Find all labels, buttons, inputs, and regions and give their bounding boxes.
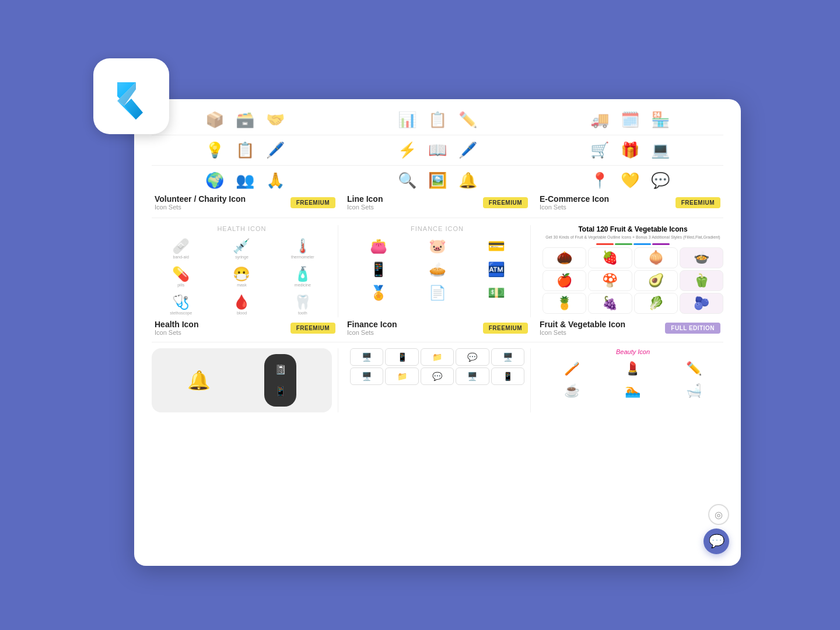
icon-tooth: 🦷tooth xyxy=(274,292,332,317)
icon-box: 🤝 xyxy=(266,111,285,129)
bottom-right-preview: Beauty Icon 🪥 💄 ✏️ ☕ 🏊 🛁 xyxy=(542,348,723,412)
fruit-color-bar xyxy=(542,243,723,245)
icon-bowl: 🍲 xyxy=(680,247,723,268)
finance-badge: FREEMIUM xyxy=(483,323,528,334)
swirl-icon: ◎ xyxy=(708,504,729,525)
icon-box: 🗓️ xyxy=(621,111,639,129)
icon-blood: 🩸blood xyxy=(212,292,271,317)
ecommerce-top-partial: 🚚 🗓️ 🏪 xyxy=(537,111,723,129)
tab-icon-2: 📱 xyxy=(385,348,418,366)
volunteer-top-partial: 📦 🗃️ 🤝 xyxy=(152,111,338,129)
volunteer-badge: FREEMIUM xyxy=(290,197,335,208)
bottom-mid-preview: 🖥️ 📱 📁 💬 🖥️ 🖥️ 📁 💬 🖥️ 📱 xyxy=(350,348,524,412)
tab-icon-9: 🖥️ xyxy=(456,368,489,385)
icon-box: 🗃️ xyxy=(236,111,254,129)
section-footers-1: Volunteer / Charity Icon Icon Sets FREEM… xyxy=(152,194,723,218)
icon-pie: 🥧 xyxy=(409,259,466,280)
tab-icon-7: 📁 xyxy=(385,368,418,385)
icon-lipstick: 💄 xyxy=(604,359,663,379)
icon-box: 📊 xyxy=(398,111,416,129)
icon-pencil: ✏️ xyxy=(664,359,723,379)
fruit-section: Total 120 Fruit & Vegetable Icons Get 30… xyxy=(537,225,723,317)
icon-box: ✏️ xyxy=(459,111,477,129)
tab-icon-5: 🖥️ xyxy=(491,348,524,366)
icon-mushroom: 🍄 xyxy=(588,270,632,291)
bottom-mid-col: 🖥️ 📱 📁 💬 🖥️ 🖥️ 📁 💬 🖥️ 📱 xyxy=(344,348,531,412)
health-label: Health Icon xyxy=(152,225,332,232)
phone-icon: 📱 xyxy=(275,386,286,397)
tab-icon-10: 📱 xyxy=(491,368,524,385)
icon-cup: ☕ xyxy=(542,381,601,401)
line-footer: Line Icon Icon Sets FREEMIUM xyxy=(344,194,531,211)
tab-icon-4: 💬 xyxy=(456,348,489,366)
icon-piggy: 🐷 xyxy=(409,236,466,257)
icon-pills: 💊pills xyxy=(152,264,210,289)
middle-icons-row: 💡 📋 🖊️ ⚡ 📖 🖊️ 🛒 🎁 💻 xyxy=(152,141,723,166)
finance-section: FINANCE ICON 👛 🐷 💳 📱 🥧 🏧 🏅 📄 💵 xyxy=(344,225,531,317)
ecommerce-footer: E-Commerce Icon Icon Sets FREEMIUM xyxy=(537,194,723,211)
chat-icon: 💬 xyxy=(709,534,724,549)
bottom-preview-row: 🔔 📓 📱 🖥️ 📱 📁 xyxy=(152,348,723,412)
bell-icon: 🔔 xyxy=(187,369,211,391)
icon-blueberry: 🫐 xyxy=(680,293,723,314)
icon-brush: 🪥 xyxy=(542,359,601,379)
health-icon-grid: 🩹band-aid 💉syringe 🌡️thermometer 💊pills … xyxy=(152,236,332,317)
volunteer-row2: 💡 📋 🖊️ xyxy=(152,141,338,159)
tab-icons-row2: 🖥️ 📁 💬 🖥️ 📱 xyxy=(350,368,524,385)
icon-stethoscope: 🩺stethoscope xyxy=(152,292,210,317)
beauty-icon-grid: 🪥 💄 ✏️ ☕ 🏊 🛁 xyxy=(542,359,723,401)
tab-icon-6: 🖥️ xyxy=(350,368,383,385)
icon-box: 📋 xyxy=(428,111,447,129)
icon-wallet: 👛 xyxy=(350,236,407,257)
icon-tax: 📄 xyxy=(409,282,466,303)
icon-box: 📦 xyxy=(205,111,224,129)
ecommerce-title: E-Commerce Icon xyxy=(540,194,609,204)
icon-pepper: 🫑 xyxy=(680,270,723,291)
icon-swim: 🏊 xyxy=(604,381,663,401)
fruit-header: Total 120 Fruit & Vegetable Icons xyxy=(542,225,723,233)
finance-label: FINANCE ICON xyxy=(350,225,524,232)
icon-thermometer: 🌡️thermometer xyxy=(274,236,332,261)
icon-card: 💳 xyxy=(468,236,524,257)
fruit-title-label: Fruit & Vegetable Icon xyxy=(540,320,625,329)
beauty-label: Beauty Icon xyxy=(542,348,723,355)
line-subtitle: Icon Sets xyxy=(347,204,383,211)
icon-apple: 🍎 xyxy=(542,270,586,291)
health-title-label: Health Icon xyxy=(155,320,198,329)
finance-title-label: Finance Icon xyxy=(347,320,397,329)
chat-button[interactable]: 💬 xyxy=(704,528,729,554)
icon-bath: 🛁 xyxy=(664,381,723,401)
ecommerce-subtitle: Icon Sets xyxy=(540,204,609,211)
volunteer-subtitle: Icon Sets xyxy=(155,204,246,211)
line-row2: ⚡ 📖 🖊️ xyxy=(344,141,531,159)
icon-strawberry: 🍓 xyxy=(588,247,632,268)
fruit-icon-grid: 🌰 🍓 🧅 🍲 🍎 🍄 🥑 🫑 🍍 🍇 🥬 🫐 xyxy=(542,247,723,314)
health-subtitle-label: Icon Sets xyxy=(155,329,198,336)
phone-preview: 📓 📱 xyxy=(264,354,296,407)
icon-cash: 💵 xyxy=(468,282,524,303)
section-footers-2: Health Icon Icon Sets FREEMIUM Finance I… xyxy=(152,320,723,342)
second-set-row: Health Icon 🩹band-aid 💉syringe 🌡️thermom… xyxy=(152,225,723,317)
ecommerce-row2: 🛒 🎁 💻 xyxy=(537,141,723,159)
tab-icons-row1: 🖥️ 📱 📁 💬 🖥️ xyxy=(350,348,524,366)
icon-band-aid: 🩹band-aid xyxy=(152,236,210,261)
icon-chestnut: 🌰 xyxy=(542,247,586,268)
main-panel: 📦 🗃️ 🤝 📊 📋 ✏️ 🚚 🗓️ 🏪 xyxy=(134,99,741,566)
icon-mask: 😷mask xyxy=(212,264,271,289)
icon-grapes: 🍇 xyxy=(588,293,632,314)
app-container: 📦 🗃️ 🤝 📊 📋 ✏️ 🚚 🗓️ 🏪 xyxy=(99,64,741,566)
icon-gold: 🏅 xyxy=(350,282,407,303)
tab-icon-1: 🖥️ xyxy=(350,348,383,366)
icon-medicine: 🧴medicine xyxy=(274,264,332,289)
bell-icon-group: 🔔 xyxy=(187,369,211,391)
volunteer-row3: 🌍 👥 🙏 xyxy=(152,172,338,190)
icon-syringe: 💉syringe xyxy=(212,236,271,261)
health-badge: FREEMIUM xyxy=(290,323,335,334)
finance-footer: Finance Icon Icon Sets FREEMIUM xyxy=(344,320,531,336)
icon-onion: 🧅 xyxy=(634,247,678,268)
tab-icon-3: 📁 xyxy=(421,348,454,366)
icon-mobile-pay: 📱 xyxy=(350,259,407,280)
fruit-badge: FULL EDITION xyxy=(665,323,720,334)
line-row3: 🔍 🖼️ 🔔 xyxy=(344,172,531,190)
icon-box: 🚚 xyxy=(590,111,609,129)
